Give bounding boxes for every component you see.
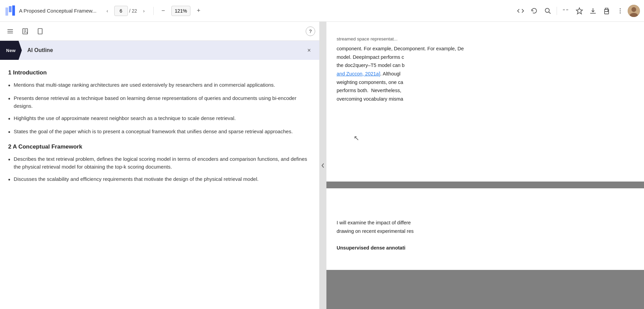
pdf-bottom-text: I will examine the impact of differe dra… <box>337 202 634 252</box>
zoom-in-button[interactable]: + <box>193 5 204 16</box>
new-badge: New <box>0 41 22 60</box>
svg-text:": " <box>566 8 569 14</box>
svg-rect-2 <box>12 5 15 16</box>
section-2-bullets: • Describes the text retrieval problem, … <box>8 155 311 184</box>
print-button[interactable] <box>600 5 613 17</box>
page-view-button[interactable] <box>34 25 46 37</box>
svg-point-10 <box>608 10 609 11</box>
svg-line-4 <box>549 12 550 14</box>
more-options-button[interactable] <box>614 5 626 17</box>
page-navigation: ‹ / 22 › <box>102 5 149 16</box>
next-page-button[interactable]: › <box>138 5 149 16</box>
help-icon: ? <box>309 29 312 34</box>
pdf-viewer: streamed space representat... component.… <box>326 22 644 309</box>
bullet-icon: • <box>8 176 10 184</box>
search-button[interactable] <box>542 5 554 17</box>
app-logo[interactable] <box>4 5 16 17</box>
undo-button[interactable] <box>528 5 540 17</box>
section-1-bullets: • Mentions that multi-stage ranking arch… <box>8 81 311 137</box>
zoom-out-button[interactable]: − <box>158 5 169 16</box>
current-page-input[interactable] <box>114 6 128 16</box>
ai-outline-header: New AI Outline × <box>0 41 319 60</box>
document-title: A Proposed Conceptual Framew... <box>19 8 97 14</box>
svg-point-15 <box>631 7 636 12</box>
topbar-right-actions: " " <box>514 5 640 17</box>
section-2-title: 2 A Conceptual Framework <box>8 143 311 150</box>
zoom-input[interactable] <box>171 6 190 16</box>
svg-point-3 <box>545 8 549 12</box>
svg-rect-0 <box>5 7 8 16</box>
download-button[interactable] <box>587 5 599 17</box>
ai-outline-close-button[interactable]: × <box>304 46 314 55</box>
bullet-icon: • <box>8 115 10 123</box>
toolbar-row: ? <box>0 22 319 41</box>
embed-button[interactable] <box>514 5 527 17</box>
notes-button[interactable] <box>19 25 31 37</box>
pdf-page-bottom: I will examine the impact of differe dra… <box>326 188 644 270</box>
ai-outline-title: AI Outline <box>27 47 304 53</box>
bullet-icon: • <box>8 128 10 137</box>
list-item: • Presents dense retrieval as a techniqu… <box>8 94 311 110</box>
svg-rect-24 <box>38 29 42 34</box>
svg-text:": " <box>563 8 565 14</box>
bookmark-button[interactable] <box>573 5 586 17</box>
outline-content: 1 Introduction • Mentions that multi-sta… <box>0 60 319 309</box>
prev-page-button[interactable]: ‹ <box>102 5 113 16</box>
section-1-title: 1 Introduction <box>8 69 311 76</box>
list-item: • Highlights the use of approximate near… <box>8 114 311 123</box>
divider-1 <box>153 7 154 15</box>
panel-collapse-handle[interactable] <box>320 22 326 309</box>
main-area: ? New AI Outline × 1 Introduction • Ment… <box>0 22 644 309</box>
svg-point-12 <box>620 10 621 11</box>
svg-point-13 <box>620 12 621 13</box>
pdf-link[interactable]: and Zuccon, 2021a] <box>337 71 380 76</box>
bullet-text: Describes the text retrieval problem, de… <box>14 155 311 171</box>
bullet-text: Discusses the scalability and efficiency… <box>14 175 258 184</box>
svg-point-11 <box>620 8 621 9</box>
avatar-image <box>628 5 640 17</box>
list-item: • Describes the text retrieval problem, … <box>8 155 311 171</box>
outline-toggle-button[interactable] <box>4 25 16 37</box>
svg-marker-7 <box>576 8 582 14</box>
total-pages: / 22 <box>129 8 137 14</box>
bullet-icon: • <box>8 82 10 90</box>
pdf-page-top: streamed space representat... component.… <box>326 22 644 182</box>
topbar: A Proposed Conceptual Framew... ‹ / 22 ›… <box>0 0 644 22</box>
bullet-icon: • <box>8 156 10 171</box>
cursor-indicator: ↖ <box>354 134 359 142</box>
svg-rect-1 <box>9 6 12 12</box>
pdf-page-divider <box>326 182 644 186</box>
bullet-text: States the goal of the paper which is to… <box>14 127 292 137</box>
list-item: • States the goal of the paper which is … <box>8 127 311 137</box>
bullet-text: Mentions that multi-stage ranking archit… <box>14 81 275 90</box>
bullet-icon: • <box>8 95 10 110</box>
user-avatar[interactable] <box>628 5 640 17</box>
svg-rect-8 <box>605 12 609 14</box>
list-item: • Discusses the scalability and efficien… <box>8 175 311 184</box>
bullet-text: Highlights the use of approximate neares… <box>14 114 236 123</box>
help-button[interactable]: ? <box>306 27 315 36</box>
pdf-text-content: streamed space representat... component.… <box>337 35 634 103</box>
left-panel: ? New AI Outline × 1 Introduction • Ment… <box>0 22 320 309</box>
cite-button[interactable]: " " <box>560 5 572 17</box>
bullet-text: Presents dense retrieval as a technique … <box>14 94 311 110</box>
divider-2 <box>557 7 557 15</box>
pdf-line-1: component. For example, De <box>400 46 464 51</box>
list-item: • Mentions that multi-stage ranking arch… <box>8 81 311 90</box>
svg-rect-9 <box>605 8 608 10</box>
